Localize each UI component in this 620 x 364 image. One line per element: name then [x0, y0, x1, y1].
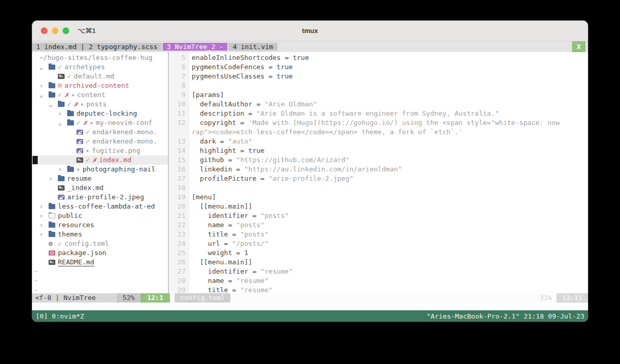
code-line[interactable]: 5enableInlineShortcodes = true [169, 53, 588, 62]
tree-item-themes[interactable]: ›themes [32, 230, 168, 239]
window-shortcut-label: ⌥⌘1 [78, 27, 96, 35]
code-text: [params] [185, 90, 224, 100]
line-number: 18 [169, 183, 185, 193]
code-line[interactable]: 11 description = "Arie Oldman is a softw… [169, 109, 588, 118]
tree-item-label: archetypes [65, 62, 105, 72]
chevron-right-icon[interactable]: › [39, 220, 49, 230]
code-line[interactable]: 12 copyright = 'Made with [Hugo](https:/… [169, 118, 588, 128]
code-line[interactable]: 7pygmentsUseClasses = true [169, 72, 588, 81]
chevron-right-icon[interactable]: › [58, 109, 67, 118]
image-icon [76, 146, 86, 155]
chevron-right-icon[interactable]: › [39, 202, 49, 211]
tree-item-arie-profile-2-jpeg[interactable]: arie-profile-2.jpeg [32, 193, 168, 202]
tab-2[interactable]: 3 NvimTree_2 - [163, 43, 228, 51]
tree-item-label: photographing-nail [83, 165, 156, 174]
chevron-down-icon[interactable]: ⌄ [49, 100, 58, 109]
tree-item-endarkened-mono-[interactable]: ✓endarkened-mono. [32, 128, 168, 137]
code-text: pygmentsCodeFences = true [185, 62, 293, 72]
code-line[interactable]: 10 defaultAuthor = "Arie Oldman" [169, 100, 588, 109]
code-line[interactable]: 21 identifier = "posts" [169, 211, 588, 220]
folder-icon [49, 62, 58, 72]
chevron-right-icon[interactable]: › [58, 165, 67, 174]
tabline-close-button[interactable]: X [572, 41, 585, 52]
code-line[interactable]: 14 highlight = true [169, 146, 588, 155]
code-line[interactable]: 20 [[menu.main]] [169, 202, 588, 211]
tree-item-resume[interactable]: ›resume [32, 174, 168, 183]
code-buffer[interactable]: 5enableInlineShortcodes = true6pygmentsC… [169, 52, 588, 293]
tree-item-readme-md[interactable]: README.md [32, 258, 168, 267]
code-line[interactable]: 22 name = "posts" [169, 220, 588, 230]
tree-item-public[interactable]: ›public [32, 211, 168, 220]
chevron-down-icon[interactable]: ⌄ [39, 90, 49, 100]
tree-item-config-toml[interactable]: ⚙✓config.toml [32, 239, 168, 248]
code-line[interactable]: 25 weight = 1 [169, 248, 588, 258]
code-line[interactable]: 28 name = "résumé" [169, 276, 588, 286]
tree-item-label: archived-content [65, 81, 129, 90]
git-check-icon: ✓ [86, 128, 90, 137]
tree-item-endarkened-mono-[interactable]: ✓endarkened-mono. [32, 137, 168, 146]
git-check-icon: ✓ [86, 155, 90, 165]
code-line[interactable]: 13 dark = "auto" [169, 137, 588, 146]
tree-item-default-md[interactable]: ✓default.md [32, 72, 168, 81]
chevron-down-icon[interactable]: ⌄ [39, 62, 49, 72]
code-line[interactable]: 23 title = "posts" [169, 230, 588, 239]
tree-item-deputec-locking[interactable]: ›deputec-locking [32, 109, 168, 118]
chevron-right-icon[interactable]: › [49, 174, 58, 183]
tree-item-archived-content[interactable]: ›⊟archived-content [32, 81, 168, 90]
close-window-button[interactable] [41, 27, 48, 34]
markdown-icon [49, 258, 58, 267]
nvimtree-panel[interactable]: ~/hugo-sites/less-coffee-hug⌄✓archetypes… [32, 52, 169, 293]
tree-item-my-neovim-conf[interactable]: ⌄✓✗★my-neovim-conf [32, 118, 168, 128]
code-line[interactable]: 24 url = "/posts/" [169, 239, 588, 248]
code-line[interactable]: 9[params] [169, 90, 588, 100]
tree-item-index-md[interactable]: ✓✗index.md [32, 155, 168, 165]
line-number: 7 [169, 72, 185, 81]
code-line[interactable]: 6pygmentsCodeFences = true [169, 62, 588, 72]
code-line[interactable]: 8 [169, 81, 588, 90]
tab-3[interactable]: 4 init.vim [228, 43, 277, 51]
chevron-right-icon[interactable]: › [39, 211, 49, 220]
folder-icon [49, 230, 58, 239]
code-text: identifier = "posts" [185, 211, 289, 220]
code-line[interactable]: 17 profilePicture = "arie-profile-2.jpeg… [169, 174, 588, 183]
tabline-fill [278, 41, 572, 52]
image-icon [76, 137, 86, 146]
minimize-window-button[interactable] [52, 27, 58, 34]
git-check-icon: ✓ [58, 62, 62, 72]
chevron-right-icon[interactable]: › [39, 81, 49, 90]
markdown-icon [58, 72, 67, 81]
code-line[interactable]: 27 identifier = "resume" [169, 267, 588, 276]
git-check-icon: ✓ [58, 239, 62, 248]
code-text: dark = "auto" [185, 137, 252, 146]
code-text: highlight = true [185, 146, 265, 155]
code-text: copyright = 'Made with [Hugo](https://go… [185, 118, 560, 128]
statusline-scroll-percent: 52% [117, 293, 140, 303]
tree-item--index-md[interactable]: _index.md [32, 183, 168, 193]
code-line[interactable]: rap"><code>etch-less-coffee</code></span… [169, 128, 588, 137]
code-line[interactable]: 15 github = "https://github.com/Arizard" [169, 155, 588, 165]
tab-1[interactable]: 1 index.md | 2 typography.scss [32, 43, 162, 51]
tree-item-fugitive-png[interactable]: ★fugitive.png [32, 146, 168, 155]
chevron-down-icon[interactable]: ⌄ [58, 118, 67, 128]
vim-command-line[interactable] [32, 303, 588, 310]
code-line[interactable]: 19[menu] [169, 193, 588, 202]
tree-item-resources[interactable]: ›resources [32, 220, 168, 230]
tmux-window: ⌥⌘1 tmux 1 index.md | 2 typography.scss3… [32, 21, 588, 322]
code-text: profilePicture = "arie-profile-2.jpeg" [185, 174, 353, 183]
code-line[interactable]: 18 [169, 183, 588, 193]
code-line[interactable]: 26 [[menu.main]] [169, 258, 588, 267]
tree-item-content[interactable]: ⌄✓✗★content [32, 90, 168, 100]
tree-item-less-coffee-lambda-at-ed[interactable]: ›less-coffee-lambda-at-ed [32, 202, 168, 211]
folder-icon [58, 100, 67, 109]
statusline-right: config.toml 31% 13:15 [170, 293, 588, 303]
code-line[interactable]: 16 linkedin = "https://au.linkedin.com/i… [169, 165, 588, 174]
chevron-right-icon[interactable]: › [39, 230, 49, 239]
statusline-inactive-filename: config.toml [175, 293, 230, 303]
tree-item-package-json[interactable]: package.json [32, 248, 168, 258]
tree-item-photographing-nail[interactable]: ›★photographing-nail [32, 165, 168, 174]
line-number: 22 [169, 220, 185, 230]
zoom-window-button[interactable] [63, 27, 69, 34]
tree-item-archetypes[interactable]: ⌄✓archetypes [32, 62, 168, 72]
code-line[interactable]: 29 title = "resume" [169, 286, 588, 293]
tree-item-posts[interactable]: ⌄✓✗★posts [32, 100, 168, 109]
